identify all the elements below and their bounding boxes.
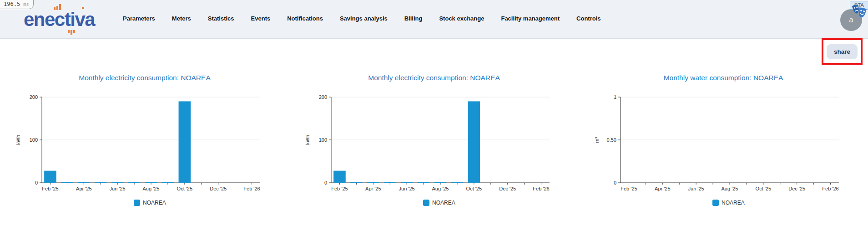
svg-text:0.50: 0.50	[607, 137, 616, 143]
charts-row: Monthly electricity consumption: NOAREA …	[0, 68, 868, 221]
svg-text:NOAREA: NOAREA	[143, 200, 166, 206]
nav-item-facility-management[interactable]: Facility management	[501, 15, 560, 22]
svg-text:NOAREA: NOAREA	[432, 200, 455, 206]
nav-item-parameters[interactable]: Parameters	[123, 15, 155, 22]
brand-name: enectiva	[24, 10, 95, 29]
svg-text:Oct '25: Oct '25	[756, 186, 772, 191]
share-highlight-box: share	[822, 38, 863, 65]
svg-text:Dec '25: Dec '25	[210, 186, 227, 191]
nav-item-meters[interactable]: Meters	[172, 15, 191, 22]
chart-canvas[interactable]: 0100200kWhFeb '25Apr '25Jun '25Aug '25Oc…	[0, 85, 289, 221]
svg-text:Feb '26: Feb '26	[822, 186, 838, 191]
chart-title: Monthly electricity consumption: NOAREA	[0, 68, 289, 85]
svg-text:Aug '25: Aug '25	[722, 186, 738, 191]
logo-bars-top-icon	[54, 4, 61, 10]
chart-title: Monthly electricity consumption: NOAREA	[289, 68, 579, 85]
chart-canvas[interactable]: 00.501m³Feb '25Apr '25Jun '25Aug '25Oct …	[579, 85, 868, 221]
svg-text:1: 1	[614, 94, 616, 100]
svg-text:m³: m³	[594, 137, 600, 143]
logo-dot-icon	[82, 7, 84, 9]
svg-text:Jun '25: Jun '25	[110, 186, 126, 191]
svg-text:Jun '25: Jun '25	[399, 186, 415, 191]
svg-text:0: 0	[35, 180, 38, 185]
share-button[interactable]: share	[827, 44, 858, 59]
nav-item-controls[interactable]: Controls	[576, 15, 601, 22]
top-navbar: 196.5 ms enectiva Parameters Meters Stat…	[0, 0, 868, 39]
chart-canvas[interactable]: 0100200kWhFeb '25Apr '25Jun '25Aug '25Oc…	[289, 85, 579, 221]
profiler-time: 196.5	[4, 1, 20, 7]
profiler-timing-badge[interactable]: 196.5 ms	[0, 0, 34, 9]
svg-text:Oct '25: Oct '25	[466, 186, 482, 191]
chart-electricity-1: Monthly electricity consumption: NOAREA …	[0, 68, 289, 221]
chart-title: Monthly water consumption: NOAREA	[579, 68, 868, 85]
svg-text:Dec '25: Dec '25	[499, 186, 516, 191]
main-nav: Parameters Meters Statistics Events Noti…	[123, 0, 601, 36]
theater-masks-icon[interactable]	[852, 4, 868, 21]
svg-text:Dec '25: Dec '25	[788, 186, 805, 191]
chart-electricity-2: Monthly electricity consumption: NOAREA …	[289, 68, 579, 221]
svg-text:Apr '25: Apr '25	[365, 186, 381, 191]
svg-text:Feb '25: Feb '25	[42, 186, 58, 191]
nav-item-savings-analysis[interactable]: Savings analysis	[340, 15, 388, 22]
svg-text:0: 0	[324, 180, 327, 185]
logo-bars-bottom-icon	[68, 30, 75, 35]
svg-text:Feb '26: Feb '26	[243, 186, 260, 191]
svg-text:Jun '25: Jun '25	[688, 186, 704, 191]
svg-text:200: 200	[319, 94, 327, 100]
svg-text:Apr '25: Apr '25	[76, 186, 92, 191]
svg-text:kWh: kWh	[15, 135, 21, 145]
svg-text:Apr '25: Apr '25	[655, 186, 671, 191]
svg-text:Feb '25: Feb '25	[621, 186, 637, 191]
chart-water: Monthly water consumption: NOAREA 00.501…	[579, 68, 868, 221]
nav-item-statistics[interactable]: Statistics	[208, 15, 234, 22]
svg-text:Feb '26: Feb '26	[533, 186, 549, 191]
svg-text:NOAREA: NOAREA	[722, 200, 745, 206]
svg-text:Feb '25: Feb '25	[331, 186, 348, 191]
svg-text:100: 100	[319, 137, 327, 143]
profiler-unit: ms	[23, 2, 29, 7]
nav-item-billing[interactable]: Billing	[404, 15, 423, 22]
brand-logo[interactable]: enectiva	[24, 10, 95, 29]
nav-item-stock-exchange[interactable]: Stock exchange	[439, 15, 484, 22]
nav-item-events[interactable]: Events	[251, 15, 271, 22]
app-screen: 196.5 ms enectiva Parameters Meters Stat…	[0, 0, 868, 226]
nav-item-notifications[interactable]: Notifications	[287, 15, 323, 22]
svg-text:0: 0	[614, 180, 616, 185]
svg-text:100: 100	[30, 137, 38, 143]
svg-text:kWh: kWh	[305, 135, 310, 145]
svg-text:Aug '25: Aug '25	[143, 186, 160, 191]
svg-text:200: 200	[30, 94, 38, 100]
svg-text:Oct '25: Oct '25	[177, 186, 193, 191]
svg-text:Aug '25: Aug '25	[432, 186, 449, 191]
